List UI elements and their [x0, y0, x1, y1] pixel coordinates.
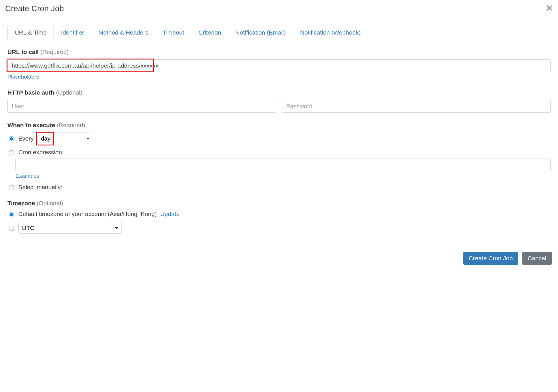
execute-required-text: (Required): [57, 122, 85, 128]
examples-link[interactable]: Examples: [15, 173, 39, 179]
modal-body: URL & Time Identifier Method & Headers T…: [0, 19, 558, 246]
manual-row: Select manually:: [7, 184, 551, 191]
auth-section: HTTP basic auth (Optional): [7, 89, 551, 113]
execute-section: When to execute (Required) Every day Cro…: [7, 122, 551, 191]
cron-radio[interactable]: [9, 150, 14, 155]
auth-password-input[interactable]: [282, 100, 551, 113]
auth-label-text: HTTP basic auth: [7, 89, 54, 96]
tab-url-time[interactable]: URL & Time: [7, 25, 54, 40]
cron-input[interactable]: [15, 159, 551, 171]
tab-notification-webhook[interactable]: Notification (Webhook): [293, 25, 368, 40]
auth-label: HTTP basic auth (Optional): [7, 89, 551, 96]
tz-select-row: UTC: [7, 222, 551, 234]
url-input[interactable]: [7, 59, 551, 72]
tz-update-link[interactable]: Update: [160, 211, 180, 217]
close-icon[interactable]: ✕: [546, 4, 553, 13]
url-section: URL to call (Required) Placeholders: [7, 49, 551, 80]
auth-user-input[interactable]: [7, 100, 276, 113]
tz-select-radio[interactable]: [9, 226, 14, 231]
placeholders-link[interactable]: Placeholders: [7, 74, 39, 80]
create-cron-job-modal: Create Cron Job ✕ URL & Time Identifier …: [0, 0, 558, 271]
tab-identifier[interactable]: Identifier: [54, 25, 91, 40]
tab-notification-email[interactable]: Notification (Email): [228, 25, 293, 40]
cancel-button[interactable]: Cancel: [522, 252, 552, 265]
timezone-label: Timezone (Optional): [7, 200, 551, 207]
every-select[interactable]: day: [37, 133, 93, 144]
tz-default-label: Default timezone of your account (Asia/H…: [18, 211, 157, 217]
auth-optional-text: (Optional): [56, 89, 82, 96]
every-select-wrap: day: [37, 133, 93, 144]
modal-title: Create Cron Job: [5, 4, 64, 13]
tab-timeout[interactable]: Timeout: [156, 25, 191, 40]
tz-select[interactable]: UTC: [18, 222, 122, 234]
url-input-wrap: [7, 59, 551, 72]
tab-method-headers[interactable]: Method & Headers: [91, 25, 156, 40]
manual-radio[interactable]: [9, 185, 14, 190]
url-required-text: (Required): [40, 49, 69, 55]
url-label: URL to call (Required): [7, 49, 551, 55]
url-label-text: URL to call: [7, 49, 39, 55]
modal-footer: Create Cron Job Cancel: [0, 246, 558, 271]
every-label: Every: [18, 135, 34, 142]
modal-header: Create Cron Job ✕: [0, 0, 558, 19]
tz-default-radio[interactable]: [9, 212, 14, 217]
timezone-optional-text: (Optional): [37, 200, 63, 206]
create-cron-job-button[interactable]: Create Cron Job: [463, 252, 518, 265]
cron-label: Cron expression:: [18, 149, 64, 156]
manual-label: Select manually:: [18, 184, 62, 191]
tz-default-row: Default timezone of your account (Asia/H…: [7, 211, 551, 217]
timezone-label-text: Timezone: [7, 200, 35, 206]
auth-row: [7, 100, 551, 113]
every-radio[interactable]: [9, 136, 14, 141]
tabs: URL & Time Identifier Method & Headers T…: [7, 25, 551, 40]
timezone-section: Timezone (Optional) Default timezone of …: [7, 200, 551, 234]
execute-label-text: When to execute: [7, 122, 55, 128]
cron-row: Cron expression:: [7, 149, 551, 156]
tab-criterion[interactable]: Criterion: [191, 25, 228, 40]
every-row: Every day: [7, 133, 551, 144]
execute-label: When to execute (Required): [7, 122, 551, 129]
